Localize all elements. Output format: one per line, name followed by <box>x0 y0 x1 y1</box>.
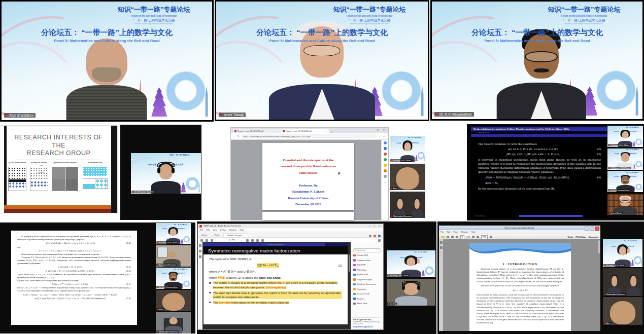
comment-button[interactable]: Comment <box>589 236 598 238</box>
video-feed-speaker-3[interactable]: 知识“一带一路”专题论坛 Forum on the Belt and Road … <box>430 0 644 121</box>
refresh-icon[interactable]: ↻ <box>238 135 240 138</box>
edge-sidebar-icon[interactable] <box>384 141 387 144</box>
participant-video[interactable]: D. Chu <box>387 279 435 306</box>
more-options-icon[interactable]: ⋯ <box>383 135 387 138</box>
acrobat-tool-item[interactable]: Comment <box>353 287 381 292</box>
participant-video[interactable]: Mukhriddin Muminov <box>603 268 642 296</box>
menu-item[interactable]: Help <box>471 231 475 233</box>
undo-icon[interactable] <box>261 239 264 242</box>
save-icon[interactable] <box>447 236 449 238</box>
page-thumbnails-icon[interactable] <box>440 241 443 244</box>
menu-item[interactable]: Window <box>229 229 236 231</box>
zoom-in-icon[interactable] <box>477 236 479 238</box>
address-bar[interactable]: File | C:/Users/Acer/OneDrive/Рабочий ст… <box>241 134 377 138</box>
tab-tools[interactable]: Tools <box>211 234 223 237</box>
close-tab-icon[interactable]: × <box>278 130 279 132</box>
highlight-icon[interactable] <box>251 239 254 242</box>
participant-video[interactable]: Anvarjon Hasanov <box>156 245 191 267</box>
close-tab-icon[interactable]: × <box>243 234 245 237</box>
notifications-icon[interactable] <box>369 235 371 237</box>
app-switcher-icon[interactable] <box>378 235 381 237</box>
browser-tab[interactable]: Report_rima_09.12.2022.pdf × <box>233 129 281 133</box>
menu-item[interactable]: File <box>440 231 444 233</box>
menu-item[interactable]: Window <box>461 231 468 233</box>
scrollbar[interactable] <box>380 141 381 151</box>
participant-video[interactable]: Acer <box>156 290 191 311</box>
menu-item[interactable]: Help <box>240 229 244 231</box>
menu-item[interactable]: Edit <box>447 231 450 233</box>
participant-video[interactable]: Viorel Barbu <box>607 194 643 215</box>
video-feed-speaker-1[interactable]: 知识“一带一路”专题论坛 Forum on the Belt and Road … <box>0 0 214 122</box>
acrobat-tool-item[interactable]: Export PDF <box>353 272 381 277</box>
edge-sidebar-icon[interactable] <box>384 175 387 178</box>
zoom-level-select[interactable]: 75% <box>481 235 488 239</box>
participant-video[interactable]: Acer <box>603 297 642 325</box>
close-tab-icon[interactable]: × <box>326 130 327 132</box>
scrollbar[interactable] <box>598 240 600 253</box>
edge-sidebar-add-icon[interactable]: + <box>384 180 386 183</box>
new-tab-button[interactable]: + <box>331 130 333 133</box>
participant-video[interactable]: Mukhriddin Muminov <box>156 312 191 333</box>
page-number-input[interactable]: 1 <box>460 235 464 239</box>
acrobat-tool-item[interactable]: Send for Comments <box>353 282 381 287</box>
page-fit-icon[interactable] <box>490 236 492 238</box>
page-thumbnails-icon[interactable] <box>199 244 201 247</box>
edit-icon[interactable] <box>256 239 259 242</box>
attachments-icon[interactable] <box>199 255 201 258</box>
browser-tab-active[interactable]: Report_rima_09.12.2022.pdf × <box>281 129 329 133</box>
menu-item[interactable]: E-Sign <box>220 229 226 231</box>
edge-sidebar-icon[interactable] <box>384 164 387 167</box>
search-icon[interactable] <box>211 239 213 242</box>
acrobat-tool-item[interactable]: Protect <box>353 296 381 302</box>
participant-video[interactable]: 知识“一带一路”专题论坛分论坛五： “一带一路”上的数学与文化H.Zeng - … <box>607 126 643 147</box>
participant-video[interactable]: Acer <box>390 164 425 190</box>
edge-sidebar-icon[interactable] <box>384 147 387 150</box>
window-controls[interactable]: – □ × <box>371 128 387 131</box>
acrobat-tool-item[interactable]: Create PDF <box>353 253 381 258</box>
acrobat-tool-item[interactable]: Scan & OCR <box>353 291 381 296</box>
close-icon[interactable]: × <box>595 227 599 231</box>
open-file-icon[interactable] <box>441 236 445 238</box>
request-esignatures-button[interactable]: Request E-signatures <box>353 326 381 328</box>
participant-video[interactable]: 知识“一带一路”专题论坛分论坛五： “一带一路”上的数学与文化Dr. K.K V… <box>607 171 643 192</box>
save-icon[interactable] <box>200 239 203 242</box>
back-icon[interactable]: ← <box>233 135 236 138</box>
edge-sidebar-icon[interactable] <box>384 153 387 156</box>
participant-video[interactable]: 知识“一带一路”专题论坛分论坛五： “一带一路”上的数学与文化G.Zhang -… <box>607 149 643 170</box>
participant-video[interactable]: 知识“一带一路”专题论坛分论坛五： “一带一路”上的数学与文化H.Zeng - … <box>390 136 425 162</box>
video-feed-speaker-2[interactable]: 知识“一带一路”专题论坛 Forum on the Belt and Road … <box>215 0 429 121</box>
zoom-out-icon[interactable] <box>472 236 474 238</box>
participant-video[interactable]: 知识“一带一路”专题论坛分论坛五： “一带一路”上的数学与文化H.Zeng - … <box>156 223 191 244</box>
acrobat-tool-item[interactable]: Edit PDF <box>353 263 381 268</box>
window-controls[interactable]: – □ × <box>369 225 382 228</box>
acrobat-tool-item[interactable]: More Tools <box>353 301 381 306</box>
menu-item[interactable]: Edit <box>206 229 210 231</box>
participant-video[interactable]: 知识“一带一路”专题论坛分论坛五： “一带一路”上的数学与文化 Dr. B.Fa… <box>131 153 201 194</box>
tools-button[interactable]: Tools <box>567 236 573 238</box>
acrobat-tool-item[interactable]: Combine Files <box>353 258 381 263</box>
acrobat-tool-item[interactable]: Organize Pages <box>353 277 381 282</box>
menu-item[interactable]: View <box>213 229 217 231</box>
participant-video[interactable]: Mukhriddin Muminov <box>390 192 425 218</box>
minimize-icon[interactable]: – <box>585 227 589 231</box>
tab-document[interactable]: SNMF-Talk.pdf× <box>223 233 249 237</box>
maximize-icon[interactable]: □ <box>590 227 594 231</box>
fill-sign-button[interactable]: Fill & Sign <box>575 236 586 238</box>
favorite-icon[interactable]: ☆ <box>378 135 381 138</box>
participant-video[interactable]: 知识“一带一路”专题论坛分论坛五： “一带一路”上的数学与文化Dr. K.K.V… <box>156 268 191 289</box>
comment-icon[interactable] <box>246 239 249 242</box>
edge-sidebar-icon[interactable] <box>384 169 387 172</box>
bookmarks-icon[interactable] <box>440 246 443 249</box>
menu-item[interactable]: File <box>200 229 203 231</box>
print-icon[interactable] <box>206 239 208 242</box>
window-controls[interactable]: –□× <box>585 227 599 231</box>
scrollbar[interactable] <box>349 254 350 272</box>
search-tools-input[interactable] <box>353 248 381 252</box>
email-icon[interactable] <box>456 236 458 238</box>
participant-video[interactable]: 知识“一带一路”专题论坛分论坛五： “一带一路”上的数学与文化H.Jiang -… <box>603 239 642 267</box>
tab-home[interactable]: Home <box>198 234 211 237</box>
participant-video[interactable]: 知识“一带一路”专题论坛分论坛五： “一带一路”上的数学与文化H.Jiang—R… <box>387 250 435 277</box>
account-avatar[interactable] <box>374 235 376 237</box>
menu-item[interactable]: View <box>453 231 458 233</box>
edge-sidebar-icon[interactable] <box>384 158 387 161</box>
